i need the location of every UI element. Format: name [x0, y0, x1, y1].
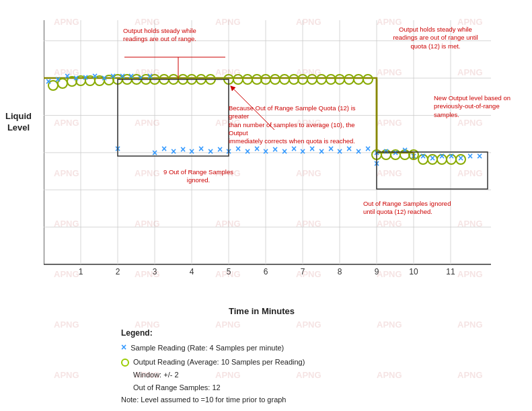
- legend-sample-label: Sample Reading (Rate: 4 Samples per minu…: [130, 342, 284, 354]
- svg-text:×: ×: [402, 145, 408, 155]
- svg-text:×: ×: [263, 146, 268, 157]
- x-axis-label: Time in Minutes: [229, 306, 295, 316]
- svg-rect-132: [118, 79, 229, 156]
- svg-text:×: ×: [138, 73, 143, 83]
- svg-point-61: [289, 75, 299, 84]
- watermark: APNG: [377, 370, 402, 380]
- svg-text:11: 11: [446, 267, 455, 276]
- svg-text:6: 6: [264, 267, 268, 276]
- svg-text:×: ×: [55, 74, 61, 85]
- svg-text:×: ×: [383, 146, 389, 157]
- svg-text:×: ×: [92, 71, 98, 81]
- watermark: APNG: [54, 370, 79, 380]
- legend: Legend: × Sample Reading (Rate: 4 Sample…: [121, 326, 305, 406]
- svg-point-64: [317, 75, 326, 84]
- svg-text:7: 7: [301, 267, 305, 276]
- svg-text:×: ×: [282, 146, 287, 157]
- legend-item-sample: × Sample Reading (Rate: 4 Samples per mi…: [121, 340, 305, 356]
- svg-text:5: 5: [227, 267, 231, 276]
- svg-text:×: ×: [245, 146, 250, 157]
- annotation-2: Output holds steady whilereadings are ou…: [383, 26, 488, 50]
- svg-text:×: ×: [208, 146, 213, 157]
- svg-text:×: ×: [171, 146, 176, 157]
- svg-text:×: ×: [356, 146, 361, 157]
- sample-symbol: ×: [121, 340, 126, 356]
- svg-text:8: 8: [338, 267, 342, 276]
- svg-text:×: ×: [110, 71, 116, 81]
- output-symbol: [121, 359, 129, 367]
- svg-text:×: ×: [458, 153, 463, 163]
- svg-text:×: ×: [189, 146, 194, 157]
- svg-point-60: [280, 75, 289, 84]
- legend-window: Window: +/- 2: [133, 369, 305, 381]
- svg-text:×: ×: [83, 72, 88, 83]
- svg-text:×: ×: [337, 146, 342, 157]
- annotation-3: Because Out of Range Sample Quota (12) i…: [229, 104, 373, 146]
- annotation-5: Out of Range Samples ignoreduntil quota …: [363, 200, 471, 217]
- legend-title: Legend:: [121, 326, 305, 340]
- svg-point-67: [344, 75, 354, 84]
- legend-note: Note: Level assumed to =10 for time prio…: [121, 394, 305, 406]
- svg-text:×: ×: [319, 146, 324, 157]
- legend-output-label: Output Reading (Average: 10 Samples per …: [133, 356, 305, 369]
- svg-text:×: ×: [161, 143, 167, 154]
- svg-point-68: [354, 75, 363, 84]
- annotation-6: New Output level based onpreviously-out-…: [434, 94, 527, 119]
- svg-point-57: [252, 75, 262, 84]
- svg-text:×: ×: [393, 147, 398, 158]
- svg-point-59: [270, 75, 280, 84]
- plot-area: 2 4 6 8 10 12 1 2 3 4 5 6 7 8 9 10 11: [44, 20, 501, 283]
- svg-point-69: [363, 75, 373, 84]
- svg-point-56: [243, 75, 252, 84]
- svg-text:2: 2: [116, 267, 120, 276]
- svg-text:4: 4: [190, 267, 194, 276]
- svg-text:10: 10: [409, 267, 418, 276]
- watermark: APNG: [54, 320, 79, 330]
- svg-text:×: ×: [65, 71, 70, 81]
- legend-out-of-range: Out of Range Samples: 12: [133, 381, 305, 394]
- svg-text:×: ×: [430, 153, 435, 163]
- annotation-4: 9 Out of Range Samplesignored.: [161, 168, 235, 185]
- y-axis-label: Liquid Level: [5, 111, 32, 134]
- svg-text:×: ×: [300, 146, 305, 157]
- svg-text:1: 1: [79, 267, 83, 276]
- watermark: APNG: [377, 320, 402, 330]
- svg-text:×: ×: [73, 73, 79, 83]
- chart-container: APNG APNG APNG APNG APNG APNG APNG APNG …: [0, 7, 532, 411]
- watermark: APNG: [457, 370, 483, 380]
- svg-text:9: 9: [375, 267, 379, 276]
- svg-point-63: [307, 75, 317, 84]
- svg-text:×: ×: [180, 144, 186, 155]
- svg-text:×: ×: [198, 143, 204, 154]
- annotation-1: Output holds steady whilereadings are ou…: [111, 27, 208, 44]
- svg-point-65: [326, 75, 336, 84]
- svg-text:×: ×: [102, 73, 107, 83]
- svg-text:3: 3: [153, 267, 157, 276]
- legend-item-output: Output Reading (Average: 10 Samples per …: [121, 356, 305, 369]
- svg-text:×: ×: [46, 76, 51, 87]
- watermark: APNG: [457, 320, 483, 330]
- svg-text:×: ×: [217, 144, 223, 155]
- svg-point-55: [233, 75, 243, 84]
